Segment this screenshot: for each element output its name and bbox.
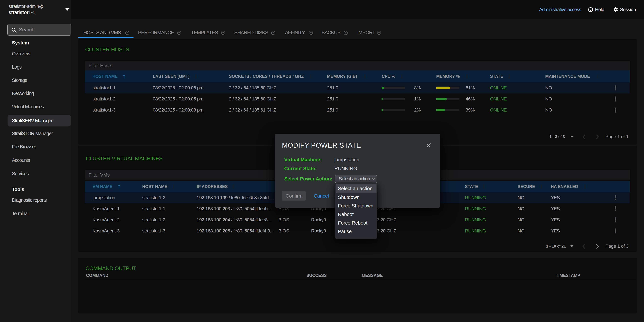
svg-text:?: ? <box>126 32 128 34</box>
svg-text:?: ? <box>272 32 274 34</box>
svg-text:?: ? <box>345 32 346 34</box>
svg-text:?: ? <box>310 32 312 34</box>
svg-text:?: ? <box>378 32 380 34</box>
svg-text:?: ? <box>178 32 180 34</box>
svg-text:?: ? <box>590 8 591 12</box>
svg-text:?: ? <box>222 32 224 34</box>
